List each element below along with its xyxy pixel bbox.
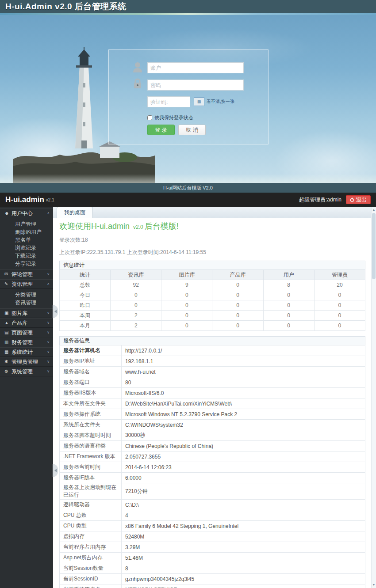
server-row: 服务器脚本超时时间30000秒 (60, 430, 365, 441)
current-user-info: 超级管理员:admin (299, 196, 341, 204)
sidebar-subitem[interactable]: 浏览记录 (0, 244, 53, 252)
server-row: 服务器IIS版本Microsoft-IIS/6.0 (60, 388, 365, 398)
server-label-cell: .NET Framework 版本 (60, 451, 122, 462)
sidebar-item-2[interactable]: ✎资讯管理∧ (0, 279, 53, 289)
comment-icon: ✉ (4, 270, 12, 279)
logout-button[interactable]: 退出 (346, 195, 371, 204)
sidebar-subitem[interactable]: 下载记录 (0, 252, 53, 260)
stats-cell: 92 (111, 280, 161, 290)
last-login-text: 上次登录IP:222.35.131.79.1 上次登录时间:2014-6-14 … (59, 249, 365, 256)
server-label-cell: 服务器端口 (60, 377, 122, 388)
sidebar-item-label: 评论管理 (12, 270, 47, 279)
login-count-text: 登录次数:18 (59, 236, 365, 244)
sidebar-item-9[interactable]: ⚙系统管理∨ (0, 367, 53, 376)
sidebar-item-3[interactable]: ▣图片库∨ (0, 308, 53, 318)
server-table: 服务器计算机名http://127.0.0.1/服务器IP地址192.168.1… (59, 345, 365, 588)
welcome-prefix: 欢迎使用H-ui.admin (59, 222, 132, 231)
stats-header-cell: 图片库 (161, 270, 212, 280)
server-label-cell: 服务器上次启动到现在已运行 (60, 483, 122, 500)
stats-cell: 8 (263, 280, 314, 290)
sidebar-item-label: 图片库 (12, 309, 47, 318)
server-label-cell: 逻辑驱动器 (60, 500, 122, 510)
sidebar-subitem[interactable]: 黑名单 (0, 236, 53, 244)
server-label-cell: 服务器IE版本 (60, 473, 122, 483)
stats-cell: 本周 (60, 311, 111, 321)
server-row: 逻辑驱动器C:\D:\ (60, 500, 365, 510)
server-label-cell: 当前程序占用内存 (60, 542, 122, 553)
chevron-down-icon: ∨ (47, 357, 50, 366)
server-row: 当前SessionIDgznhpwmp34004345jz2q3l45 (60, 574, 365, 584)
content-area: 我的桌面 欢迎使用H-ui.admin v2.0后台模版! 登录次数:18 上次… (53, 207, 376, 588)
chevron-down-icon: ∨ (47, 367, 50, 376)
scroll-down-arrow-icon[interactable]: ▼ (372, 582, 376, 588)
sidebar-item-label: 页面管理 (12, 328, 47, 337)
server-label-cell: 服务器IIS版本 (60, 388, 122, 398)
stats-cell: 0 (263, 300, 314, 311)
sidebar-subitem[interactable]: 分类管理 (0, 291, 53, 299)
server-label-cell: 服务器域名 (60, 367, 122, 377)
captcha-refresh-link[interactable]: 看不清,换一张 (207, 99, 234, 105)
remember-me-checkbox[interactable] (147, 115, 152, 120)
server-row: 服务器端口80 (60, 377, 365, 388)
stats-cell: 0 (111, 290, 161, 300)
server-value-cell: 51.46M (122, 553, 365, 563)
stats-header-cell: 统计 (60, 270, 111, 280)
stats-caption: 信息统计 (59, 261, 365, 269)
stats-cell: 今日 (60, 290, 111, 300)
server-caption: 服务器信息 (59, 336, 365, 345)
captcha-input[interactable] (147, 96, 190, 107)
cancel-button[interactable]: 取 消 (178, 125, 206, 135)
sidebar-group-7: ▦系统统计∨ (0, 347, 53, 357)
server-value-cell: 80 (122, 377, 365, 388)
admin-logo: H-ui.admin (5, 195, 44, 204)
sidebar-item-label: 产品库 (12, 319, 47, 327)
scroll-up-arrow-icon[interactable]: ▲ (372, 207, 376, 212)
password-input[interactable] (147, 80, 244, 91)
server-row: 系统所在文件夹C:\WINDOWS\system32 (60, 420, 365, 430)
server-row: 服务器操作系统Microsoft Windows NT 5.2.3790 Ser… (60, 409, 365, 420)
sidebar-item-5[interactable]: ▤页面管理∨ (0, 328, 53, 338)
pages-icon: ▤ (4, 328, 12, 337)
tab-0[interactable]: 我的桌面 (57, 207, 93, 218)
stats-header-cell: 产品库 (212, 270, 263, 280)
stats-cell: 0 (161, 290, 212, 300)
stats-cell: 9 (161, 280, 212, 290)
server-value-cell: Chinese (People's Republic of China) (122, 441, 365, 451)
sidebar-item-label: 管理员管理 (12, 357, 47, 366)
sidebar-item-4[interactable]: ▲产品库∨ (0, 318, 53, 328)
vertical-scrollbar[interactable]: ▲ ▼ (371, 207, 376, 588)
login-button[interactable]: 登 录 (147, 125, 175, 135)
sidebar-item-6[interactable]: ▥财务管理∨ (0, 338, 53, 347)
sidebar-item-8[interactable]: ✱管理员管理∨ (0, 357, 53, 367)
picture-icon: ▣ (4, 309, 12, 318)
username-input[interactable] (147, 62, 244, 73)
stats-cell: 0 (212, 280, 263, 290)
stats-table: 统计资讯库图片库产品库用户管理员总数9290820今日00000昨日00000本… (59, 269, 365, 331)
stats-row: 今日00000 (60, 290, 365, 300)
sidebar-group-0: ☻用户中心∧用户管理删除的用户黑名单浏览记录下载记录分享记录 (0, 209, 53, 269)
server-label-cell: 当前Session数量 (60, 563, 122, 574)
sidebar-subitem[interactable]: 资讯管理 (0, 299, 53, 307)
server-label-cell: Asp.net所占内存 (60, 553, 122, 563)
sidebar-item-7[interactable]: ▦系统统计∨ (0, 347, 53, 357)
scrollbar-thumb[interactable] (372, 213, 376, 279)
server-value-cell: 7210分钟 (122, 483, 365, 500)
server-value-cell: www.h-ui.net (122, 367, 365, 377)
server-row: 服务器的语言种类Chinese (People's Republic of Ch… (60, 441, 365, 451)
sidebar-subitem[interactable]: 删除的用户 (0, 228, 53, 236)
sidebar-item-0[interactable]: ☻用户中心∧ (0, 209, 53, 218)
server-value-cell: C:\D:\ (122, 500, 365, 510)
stats-cell: 0 (212, 321, 263, 331)
sidebar-subitem[interactable]: 分享记录 (0, 260, 53, 268)
captcha-image[interactable]: ▩ (194, 97, 204, 106)
sidebar-item-label: 资讯管理 (12, 280, 47, 288)
lock-icon (132, 78, 143, 91)
stats-cell: 2 (111, 311, 161, 321)
sidebar-subitem[interactable]: 用户管理 (0, 220, 53, 228)
sidebar-item-label: 系统管理 (12, 367, 47, 376)
stats-cell: 0 (314, 290, 365, 300)
stats-row: 昨日00000 (60, 300, 365, 311)
sidebar-item-1[interactable]: ✉评论管理∨ (0, 269, 53, 279)
server-row: 服务器计算机名http://127.0.0.1/ (60, 345, 365, 356)
server-value-cell: gznhpwmp34004345jz2q3l45 (122, 574, 365, 584)
